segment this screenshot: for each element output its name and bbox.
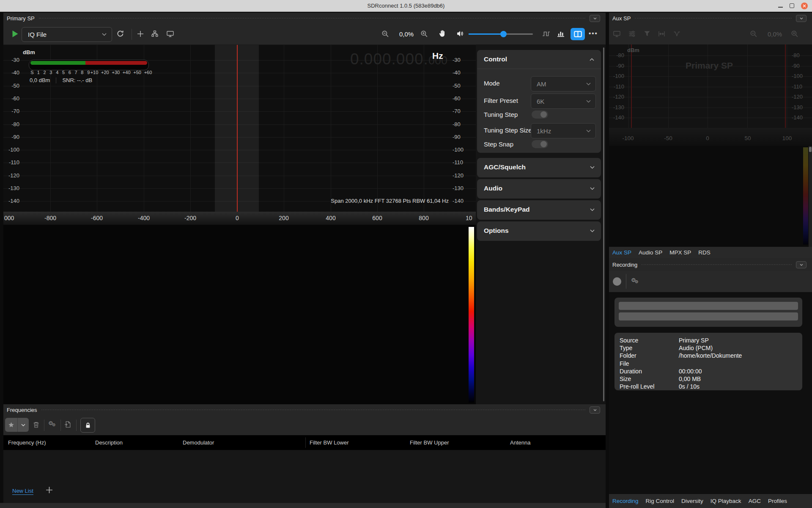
select-tuning-step-size[interactable]: 1kHz — [531, 123, 596, 138]
refresh-button[interactable] — [117, 30, 124, 37]
tab-aux-sp[interactable]: Aux SP — [612, 249, 631, 256]
recording-title: Recording — [609, 262, 637, 268]
tab-rig-control[interactable]: Rig Control — [646, 498, 675, 504]
pan-button[interactable] — [439, 30, 446, 37]
aux-zoom-out-button[interactable] — [750, 30, 757, 38]
settings-button[interactable]: ⚙⚙ — [48, 421, 57, 428]
favorite-button[interactable] — [5, 418, 17, 432]
add-button[interactable] — [137, 30, 144, 37]
section-bands-keypad[interactable]: Bands/KeyPad — [477, 200, 601, 220]
gridline — [609, 108, 812, 108]
gridline — [609, 118, 812, 118]
primary-spectrum-display[interactable]: -30-40-50-60-70-80-90-100-110-120-130-14… — [3, 44, 476, 212]
sliders-icon — [628, 30, 636, 37]
tab-audio-sp[interactable]: Audio SP — [639, 249, 662, 256]
frequencies-collapse-button[interactable] — [590, 406, 600, 414]
readout-divider — [56, 77, 56, 83]
aux-filter-button[interactable] — [644, 30, 650, 37]
new-list-link[interactable]: New List — [12, 488, 33, 495]
tab-mpx-sp[interactable]: MPX SP — [669, 249, 691, 256]
notch-filter-icon — [673, 30, 680, 37]
volume-slider-knob[interactable] — [500, 31, 507, 37]
primary-collapse-button[interactable] — [590, 15, 600, 22]
step-display-button[interactable] — [542, 30, 550, 37]
chevron-down-icon — [800, 264, 803, 266]
aux-notch-button[interactable] — [673, 30, 680, 37]
aux-display-button[interactable] — [613, 30, 620, 37]
play-button[interactable] — [12, 30, 19, 38]
delete-button[interactable] — [33, 421, 40, 428]
network-button[interactable] — [151, 30, 158, 37]
freq-axis-label: 0 — [236, 215, 239, 221]
primary-toolbar: IQ File 0,0% — [3, 24, 606, 44]
gridline — [747, 44, 748, 128]
display-button[interactable] — [167, 30, 174, 37]
zoom-in-button[interactable] — [420, 30, 428, 38]
aux-db-axis-right: -80-90-100-110-120-130-140 — [792, 52, 809, 129]
control-label-filter-preset: Filter Preset — [484, 97, 518, 104]
recording-settings-button[interactable]: ⚙⚙ — [631, 278, 639, 285]
square-wave-icon — [542, 30, 550, 37]
smeter-scale-label: 5 — [62, 70, 65, 75]
tab-diversity[interactable]: Diversity — [681, 498, 703, 504]
recording-collapse-button[interactable] — [796, 261, 807, 268]
smeter-scale-label: 7 — [75, 70, 77, 75]
source-select[interactable]: IQ File — [22, 27, 112, 42]
tab-recording[interactable]: Recording — [612, 498, 639, 504]
aux-scrollbar-thumb[interactable] — [809, 147, 812, 152]
aux-collapse-button[interactable] — [796, 15, 807, 22]
section-agc-squelch[interactable]: AGC/Squelch — [477, 158, 601, 177]
bar-chart-icon — [557, 30, 565, 37]
aux-settings-button[interactable] — [628, 30, 636, 37]
zoom-out-button[interactable] — [381, 30, 389, 38]
add-list-button[interactable] — [46, 486, 53, 494]
freq-axis-label: 800 — [419, 215, 428, 221]
lock-button[interactable] — [80, 418, 95, 433]
tab-iq-playback[interactable]: IQ Playback — [710, 498, 741, 504]
section-audio[interactable]: Audio — [477, 179, 601, 199]
db-axis-label: -140 — [609, 115, 624, 121]
maximize-button[interactable] — [790, 3, 794, 8]
volume-slider[interactable] — [469, 33, 533, 35]
select-mode[interactable]: AM — [531, 76, 596, 91]
import-file-icon — [64, 421, 71, 428]
select-filter-preset[interactable]: 6K — [531, 94, 596, 109]
info-row-size: Size0,00 MB — [620, 375, 799, 383]
close-button[interactable] — [801, 3, 808, 9]
frequencies-table-header: Frequency (Hz)DescriptionDemodulatorFilt… — [3, 435, 606, 450]
primary-waterfall[interactable] — [3, 225, 476, 404]
aux-sp-title: Aux SP — [609, 15, 631, 22]
tuning-cursor[interactable] — [237, 45, 238, 212]
aux-frequency-axis[interactable]: -100-50050100 — [609, 128, 812, 146]
aux-spectrum-display[interactable]: -80-90-100-110-120-130-140 -80-90-100-11… — [609, 44, 812, 128]
mute-button[interactable] — [456, 30, 464, 37]
aux-scrollbar[interactable] — [809, 146, 812, 247]
toggle-step-snap[interactable] — [532, 140, 548, 148]
monitor-icon — [167, 30, 174, 37]
db-axis-label: -60 — [3, 96, 19, 102]
toggle-tuning-step[interactable] — [532, 110, 548, 119]
control-scrollbar[interactable] — [603, 47, 604, 401]
freq-axis-label: -50 — [664, 135, 672, 141]
minimize-button[interactable] — [778, 7, 783, 8]
tab-agc[interactable]: AGC — [749, 498, 761, 504]
import-button[interactable] — [64, 421, 71, 428]
db-axis-label: -130 — [609, 105, 624, 110]
frequencies-table-body[interactable] — [3, 450, 606, 503]
tab-rds[interactable]: RDS — [698, 249, 710, 256]
spectrum-view-button[interactable] — [557, 30, 565, 37]
layout-split-button[interactable] — [571, 28, 585, 40]
aux-waterfall[interactable] — [609, 146, 812, 247]
freq-axis-label: -800 — [44, 215, 56, 221]
smeter-scale-label: +40 — [123, 70, 131, 75]
favorite-dropdown-button[interactable] — [18, 418, 29, 432]
frequency-axis[interactable]: 000-800-600-400-200020040060080010 — [3, 212, 476, 225]
record-button[interactable] — [613, 277, 621, 286]
tab-profiles[interactable]: Profiles — [768, 498, 787, 504]
more-options-button[interactable]: ••• — [589, 30, 598, 37]
control-column: Control ModeAMFilter Preset6KTuning Step… — [476, 44, 606, 404]
aux-span-button[interactable] — [658, 30, 665, 37]
section-options[interactable]: Options — [477, 221, 601, 241]
favorite-split-button[interactable] — [5, 418, 29, 432]
aux-zoom-in-button[interactable] — [791, 30, 798, 38]
